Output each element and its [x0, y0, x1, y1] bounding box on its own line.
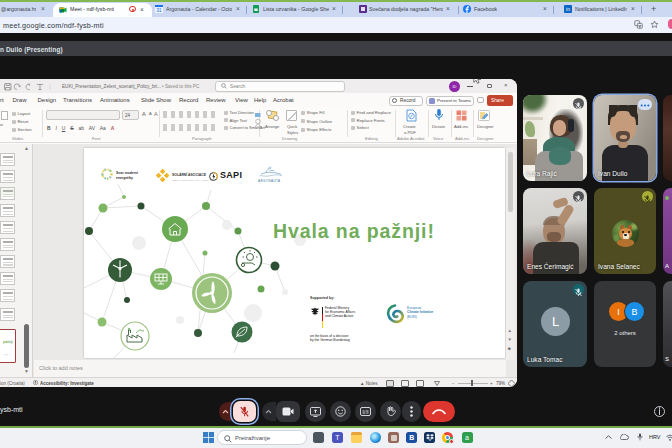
svg-text:in: in: [566, 6, 570, 12]
svg-text:31: 31: [156, 8, 162, 13]
